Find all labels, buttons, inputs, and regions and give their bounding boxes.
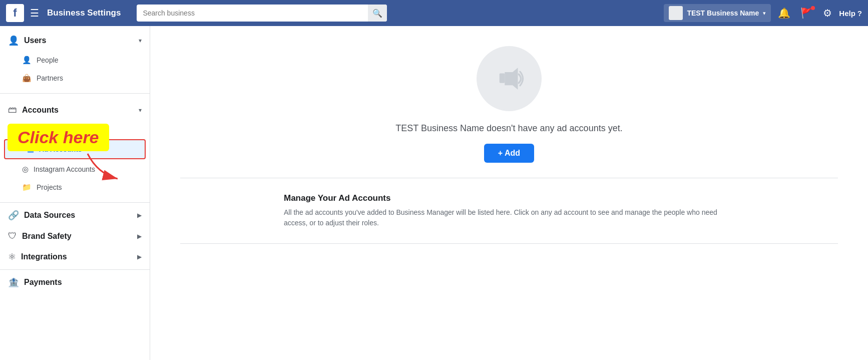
chevron-down-icon: ▾ (763, 10, 766, 17)
integrations-arrow: ▶ (137, 253, 142, 260)
hamburger-icon[interactable]: ☰ (30, 7, 39, 19)
content-area: TEST Business Name doesn't have any ad a… (150, 26, 868, 279)
integrations-icon: ⚛ (8, 251, 16, 262)
brand-safety-label: Brand Safety (22, 232, 72, 241)
data-sources-arrow: ▶ (137, 212, 142, 219)
brand-safety-arrow: ▶ (137, 233, 142, 240)
pages-icon: ⚑ (22, 125, 29, 134)
partners-label: Partners (37, 74, 63, 82)
accounts-section: 🗃 Accounts ▾ ⚑ Pages ▦ Ad Accounts ◎ Ins… (0, 96, 150, 200)
data-sources-label: Data Sources (24, 211, 75, 220)
instagram-icon: ◎ (22, 165, 29, 174)
settings-button[interactable]: ⚙ (820, 5, 835, 21)
users-section: 👤 Users ▾ 👤 People 👜 Partners (0, 26, 150, 91)
no-accounts-text: TEST Business Name doesn't have any ad a… (395, 123, 622, 134)
page-title: Business Settings (47, 8, 121, 18)
users-collapse-icon: ▾ (139, 37, 142, 44)
users-section-header[interactable]: 👤 Users ▾ (0, 30, 150, 51)
add-button[interactable]: + Add (484, 144, 534, 163)
business-selector[interactable]: TEST Business Name ▾ (664, 4, 771, 22)
ad-accounts-label: Ad Accounts (39, 145, 82, 153)
brand-safety-header[interactable]: 🛡 Brand Safety ▶ (0, 226, 150, 246)
data-sources-icon: 🔗 (8, 210, 19, 221)
sidebar-item-ad-accounts[interactable]: ▦ Ad Accounts (4, 139, 146, 159)
flag-button[interactable]: 🚩 (797, 5, 816, 21)
people-icon: 👤 (22, 56, 32, 65)
brand-safety-icon: 🛡 (8, 231, 17, 241)
integrations-header[interactable]: ⚛ Integrations ▶ (0, 246, 150, 267)
sidebar: 👤 Users ▾ 👤 People 👜 Partners 🗃 Accounts (0, 26, 150, 360)
megaphone-icon (492, 61, 527, 96)
search-input[interactable] (137, 9, 368, 17)
top-navigation: f ☰ Business Settings 🔍 TEST Business Na… (0, 0, 868, 26)
manage-section: Manage Your Ad Accounts All the ad accou… (284, 193, 734, 228)
projects-label: Projects (37, 183, 62, 191)
main-content: TEST Business Name doesn't have any ad a… (150, 26, 868, 360)
integrations-label: Integrations (21, 252, 67, 261)
partners-icon: 👜 (22, 74, 32, 83)
accounts-collapse-icon: ▾ (139, 107, 142, 114)
business-name-label: TEST Business Name (687, 9, 759, 17)
sidebar-item-pages[interactable]: ⚑ Pages (0, 120, 150, 138)
manage-desc: All the ad accounts you've added to Busi… (284, 207, 734, 228)
divider-3 (0, 269, 150, 270)
section-divider-2 (180, 243, 838, 244)
business-avatar (669, 6, 683, 20)
users-label: Users (24, 36, 46, 45)
accounts-label: Accounts (22, 106, 59, 115)
sidebar-item-people[interactable]: 👤 People (0, 51, 150, 69)
megaphone-circle (477, 46, 542, 111)
divider-2 (0, 202, 150, 203)
sidebar-item-instagram[interactable]: ◎ Instagram Accounts (0, 160, 150, 178)
payments-icon: 🏦 (8, 277, 19, 288)
notification-dot (811, 6, 815, 10)
manage-title: Manage Your Ad Accounts (284, 193, 734, 203)
accounts-icon: 🗃 (8, 105, 17, 115)
help-button[interactable]: Help ? (839, 9, 862, 18)
section-divider (180, 178, 838, 178)
pages-label: Pages (34, 125, 54, 133)
sidebar-item-partners[interactable]: 👜 Partners (0, 69, 150, 87)
sidebar-item-projects[interactable]: 📁 Projects (0, 178, 150, 196)
facebook-logo: f (6, 4, 24, 22)
data-sources-header[interactable]: 🔗 Data Sources ▶ (0, 205, 150, 226)
payments-label: Payments (24, 278, 62, 287)
notifications-button[interactable]: 🔔 (775, 5, 793, 21)
payments-header[interactable]: 🏦 Payments (0, 272, 150, 293)
ad-accounts-icon: ▦ (27, 145, 34, 154)
users-icon: 👤 (8, 35, 19, 46)
svg-rect-1 (500, 74, 505, 83)
projects-icon: 📁 (22, 183, 32, 192)
people-label: People (37, 56, 59, 64)
search-button[interactable]: 🔍 (368, 5, 387, 22)
topnav-right: TEST Business Name ▾ 🔔 🚩 ⚙ Help ? (664, 4, 862, 22)
help-question-icon: ? (857, 9, 862, 18)
search-box: 🔍 (137, 5, 387, 22)
divider-1 (0, 93, 150, 94)
accounts-section-header[interactable]: 🗃 Accounts ▾ (0, 100, 150, 120)
instagram-label: Instagram Accounts (34, 165, 95, 173)
